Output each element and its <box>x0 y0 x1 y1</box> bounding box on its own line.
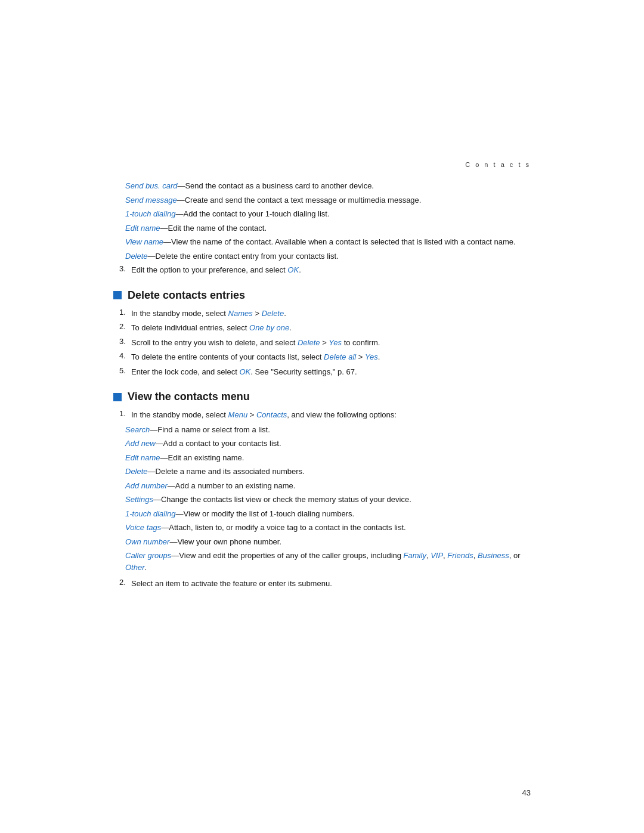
step3-item: 3. Edit the option to your preference, a… <box>119 264 531 276</box>
search-link: Search <box>125 425 150 434</box>
view-step1: 1. In the standby mode, select Menu > Co… <box>119 409 531 421</box>
delete-step3-num: 3. <box>119 337 131 349</box>
view-step2-num: 2. <box>119 578 131 590</box>
settings-text: —Change the contacts list view or check … <box>153 495 411 504</box>
add-number-link: Add number <box>125 481 168 490</box>
send-bus-card-link: Send bus. card <box>125 181 177 190</box>
view-step1-content: In the standby mode, select Menu > Conta… <box>131 409 531 421</box>
send-message-link: Send message <box>125 196 177 205</box>
delete-step4: 4. To delete the entire contents of your… <box>119 351 531 363</box>
send-bus-card-item: Send bus. card—Send the contact as a bus… <box>125 180 531 192</box>
delete-section-title: Delete contacts entries <box>128 289 245 302</box>
voice-tags-link: Voice tags <box>125 523 161 532</box>
1touch-dialing-top-item: 1-touch dialing—Add the contact to your … <box>125 208 531 220</box>
edit-name-sub-link: Edit name <box>125 453 160 462</box>
delete-sub-item: Delete—Delete a name and its associated … <box>125 466 531 478</box>
delete-step2: 2. To delete individual entries, select … <box>119 322 531 334</box>
edit-name-top-link: Edit name <box>125 224 160 233</box>
add-new-sub-item: Add new—Add a contact to your contacts l… <box>125 438 531 450</box>
voice-tags-sub-item: Voice tags—Attach, listen to, or modify … <box>125 522 531 534</box>
view-name-item: View name—View the name of the contact. … <box>125 236 531 248</box>
delete-step5: 5. Enter the lock code, and select OK. S… <box>119 366 531 378</box>
step3-ok-link: OK <box>287 265 299 274</box>
add-number-text: —Add a number to an existing name. <box>168 481 296 490</box>
family-link: Family <box>404 551 426 560</box>
step3-num: 3. <box>119 264 131 276</box>
1touch-dialing-top-text: —Add the contact to your 1-touch dialing… <box>176 209 330 218</box>
delete-step4-content: To delete the entire contents of your co… <box>131 351 531 363</box>
caller-groups-sub-item: Caller groups—View and edit the properti… <box>125 550 531 573</box>
view-section-icon <box>113 393 122 401</box>
delete-section-icon <box>113 291 122 299</box>
own-number-sub-item: Own number—View your own phone number. <box>125 536 531 548</box>
delete-step4-num: 4. <box>119 351 131 363</box>
step3-content: Edit the option to your preference, and … <box>131 264 531 276</box>
delete-all-link: Delete all <box>324 352 356 361</box>
contacts-link: Contacts <box>256 410 287 419</box>
caller-groups-text: —View and edit the properties of any of … <box>125 551 520 572</box>
view-step2: 2. Select an item to activate the featur… <box>119 578 531 590</box>
edit-name-sub-item: Edit name—Edit an existing name. <box>125 452 531 464</box>
delete-step5-content: Enter the lock code, and select OK. See … <box>131 366 531 378</box>
delete-step1: 1. In the standby mode, select Names > D… <box>119 308 531 320</box>
vip-link: VIP <box>431 551 443 560</box>
view-step2-content: Select an item to activate the feature o… <box>131 578 531 590</box>
own-number-text: —View your own phone number. <box>169 537 281 546</box>
edit-name-top-item: Edit name—Edit the name of the contact. <box>125 222 531 234</box>
voice-tags-text: —Attach, listen to, or modify a voice ta… <box>161 523 405 532</box>
delete-link2: Delete <box>298 338 320 347</box>
business-link: Business <box>478 551 509 560</box>
1touch-dialing-top-link: 1-touch dialing <box>125 209 176 218</box>
caller-groups-link: Caller groups <box>125 551 171 560</box>
1touch-sub-item: 1-touch dialing—View or modify the list … <box>125 508 531 520</box>
add-number-sub-item: Add number—Add a number to an existing n… <box>125 480 531 492</box>
edit-name-top-text: —Edit the name of the contact. <box>160 224 267 233</box>
delete-link1: Delete <box>262 309 284 318</box>
own-number-link: Own number <box>125 537 169 546</box>
add-new-link: Add new <box>125 439 156 448</box>
delete-step2-num: 2. <box>119 322 131 334</box>
delete-step1-num: 1. <box>119 308 131 320</box>
one-by-one-link: One by one <box>249 323 289 332</box>
page-number: 43 <box>522 788 531 797</box>
search-text: —Find a name or select from a list. <box>150 425 270 434</box>
delete-sub-text: —Delete a name and its associated number… <box>148 467 305 476</box>
view-name-text: —View the name of the contact. Available… <box>163 237 516 246</box>
delete-step3-content: Scroll to the entry you wish to delete, … <box>131 337 531 349</box>
send-message-item: Send message—Create and send the contact… <box>125 194 531 206</box>
yes-link2: Yes <box>365 352 378 361</box>
yes-link1: Yes <box>329 338 342 347</box>
content-area: C o n t a c t s Send bus. card—Send the … <box>113 0 531 652</box>
view-section-heading: View the contacts menu <box>113 391 531 403</box>
edit-name-sub-text: —Edit an existing name. <box>160 453 244 462</box>
add-new-text: —Add a contact to your contacts list. <box>156 439 281 448</box>
top-items: Send bus. card—Send the contact as a bus… <box>113 180 531 262</box>
send-message-text: —Create and send the contact a text mess… <box>177 196 422 205</box>
delete-section-heading: Delete contacts entries <box>113 289 531 302</box>
delete-top-item: Delete—Delete the entire contact entry f… <box>125 250 531 262</box>
delete-step5-num: 5. <box>119 366 131 378</box>
search-sub-item: Search—Find a name or select from a list… <box>125 424 531 436</box>
delete-step3: 3. Scroll to the entry you wish to delet… <box>119 337 531 349</box>
ok-link2: OK <box>239 367 250 376</box>
page-header: C o n t a c t s <box>113 161 531 168</box>
delete-step2-content: To delete individual entries, select One… <box>131 322 531 334</box>
settings-link: Settings <box>125 495 153 504</box>
1touch-dialing-text: —View or modify the list of 1-touch dial… <box>176 509 355 518</box>
send-bus-card-text: —Send the contact as a business card to … <box>177 181 374 190</box>
delete-top-link: Delete <box>125 252 148 261</box>
page: C o n t a c t s Send bus. card—Send the … <box>0 0 644 833</box>
other-link: Other <box>125 563 145 572</box>
menu-link: Menu <box>228 410 248 419</box>
1touch-dialing-link: 1-touch dialing <box>125 509 176 518</box>
settings-sub-item: Settings—Change the contacts list view o… <box>125 494 531 506</box>
names-link: Names <box>228 309 253 318</box>
view-name-link: View name <box>125 237 163 246</box>
view-section-title: View the contacts menu <box>128 391 250 403</box>
delete-step1-content: In the standby mode, select Names > Dele… <box>131 308 531 320</box>
delete-top-text: —Delete the entire contact entry from yo… <box>148 252 339 261</box>
view-sub-items: Search—Find a name or select from a list… <box>125 424 531 574</box>
view-step1-num: 1. <box>119 409 131 421</box>
friends-link: Friends <box>447 551 473 560</box>
delete-sub-link: Delete <box>125 467 148 476</box>
